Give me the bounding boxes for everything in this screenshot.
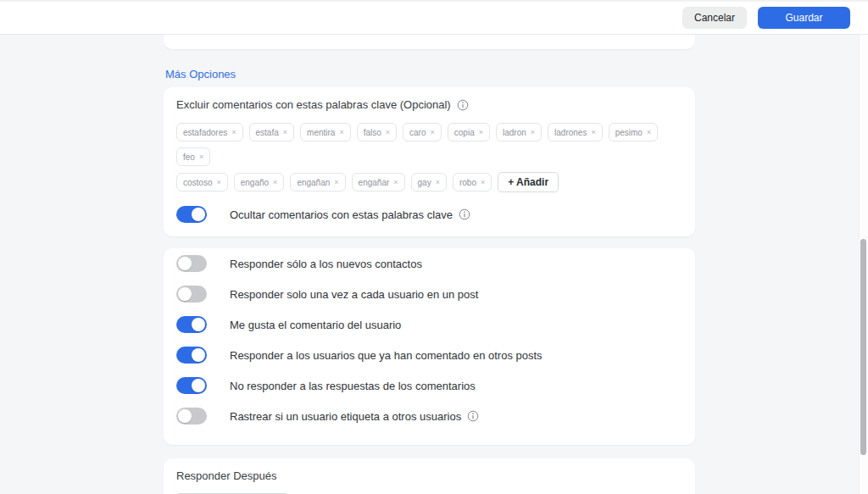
keyword-chip-label: engaño	[241, 178, 269, 187]
exclude-keywords-card: Excluir comentarios con estas palabras c…	[164, 87, 695, 236]
toggle-label: No responder a las respuestas de los com…	[230, 380, 476, 392]
keyword-chip: engañan ×	[290, 173, 345, 191]
keyword-chip: robo ×	[453, 173, 492, 191]
toggle-row: Me gusta el comentario del usuario	[176, 309, 682, 340]
remove-chip-icon[interactable]: ×	[531, 128, 535, 136]
keyword-chip-list: estafadores × estafa × mentira × falso ×…	[176, 123, 682, 192]
remove-chip-icon[interactable]: ×	[273, 178, 277, 186]
keyword-chip-row: estafadores × estafa × mentira × falso ×…	[176, 123, 682, 166]
keyword-chip: engaño ×	[234, 173, 285, 191]
toggle-label: Responder sólo a los nuevos contactos	[230, 258, 422, 270]
toggle-switch[interactable]	[176, 377, 207, 394]
toggle-knob	[192, 318, 205, 331]
add-keyword-button[interactable]: + Añadir	[498, 172, 559, 192]
keyword-chip: copia ×	[448, 123, 490, 142]
info-icon[interactable]	[467, 410, 479, 422]
toggle-switch[interactable]	[176, 286, 207, 303]
top-action-bar: Cancelar Guardar	[0, 0, 868, 35]
keyword-chip: costoso ×	[176, 173, 228, 191]
scrollbar-thumb[interactable]	[860, 239, 866, 455]
keyword-chip-label: costoso	[183, 178, 212, 187]
remove-chip-icon[interactable]: ×	[199, 153, 203, 161]
remove-chip-icon[interactable]: ×	[231, 128, 236, 136]
hide-comments-toggle-row: Ocultar comentarios con estas palabras c…	[176, 206, 682, 223]
section-heading-more-options: Más Opciones	[165, 68, 695, 80]
toggle-row: Responder sólo a los nuevos contactos	[176, 248, 682, 279]
keyword-chip-label: feo	[183, 153, 195, 162]
toggle-knob	[192, 379, 205, 392]
toggle-knob	[178, 287, 192, 301]
remove-chip-icon[interactable]: ×	[334, 178, 338, 186]
keyword-chip: falso ×	[357, 123, 397, 142]
hide-comments-toggle[interactable]	[176, 206, 207, 223]
settings-scroll-area: Más Opciones Excluir comentarios con est…	[0, 35, 868, 494]
toggle-knob	[178, 257, 192, 270]
previous-card-partial	[164, 35, 695, 49]
reply-options-card: Responder sólo a los nuevos contactos Re…	[164, 248, 695, 445]
keyword-chip: gay ×	[411, 173, 447, 191]
keyword-chip-label: pesimo	[615, 128, 643, 137]
remove-chip-icon[interactable]: ×	[283, 128, 287, 136]
remove-chip-icon[interactable]: ×	[481, 178, 485, 186]
keyword-chip-label: robo	[459, 178, 476, 187]
toggle-row: Responder a los usuarios que ya han come…	[176, 340, 682, 370]
reply-after-card: Responder Después Inmediatamente	[164, 458, 695, 494]
exclude-keywords-title: Excluir comentarios con estas palabras c…	[176, 98, 682, 111]
keyword-chip-label: copia	[454, 128, 475, 137]
toggle-knob	[192, 208, 205, 221]
remove-chip-icon[interactable]: ×	[591, 128, 595, 136]
toggle-label: Responder a los usuarios que ya han come…	[230, 349, 542, 362]
keyword-chip: engañar ×	[352, 173, 405, 191]
toggle-label: Responder solo una vez a cada usuario en…	[230, 288, 478, 301]
keyword-chip: ladrones ×	[548, 123, 603, 142]
toggle-switch[interactable]	[176, 347, 207, 364]
keyword-chip: mentira ×	[300, 123, 351, 142]
keyword-chip: estafa ×	[249, 123, 295, 142]
keyword-chip-label: gay	[418, 178, 431, 187]
keyword-chip: estafadores ×	[176, 123, 243, 142]
keyword-chip-label: estafa	[256, 128, 279, 137]
keyword-chip-label: engañar	[359, 178, 390, 187]
remove-chip-icon[interactable]: ×	[647, 128, 651, 136]
toggle-label: Me gusta el comentario del usuario	[230, 319, 401, 331]
keyword-chip-label: caro	[409, 128, 426, 137]
info-icon[interactable]	[459, 208, 470, 220]
remove-chip-icon[interactable]: ×	[216, 178, 220, 186]
remove-chip-icon[interactable]: ×	[431, 128, 435, 136]
remove-chip-icon[interactable]: ×	[339, 128, 343, 136]
cancel-button[interactable]: Cancelar	[682, 7, 747, 29]
toggle-label: Rastrear si un usuario etiqueta a otros …	[230, 410, 479, 423]
keyword-chip-label: mentira	[307, 128, 335, 137]
hide-comments-label: Ocultar comentarios con estas palabras c…	[230, 208, 470, 221]
keyword-chip: feo ×	[176, 147, 210, 166]
keyword-chip: ladron ×	[496, 123, 542, 142]
keyword-chip-label: ladron	[503, 128, 526, 137]
toggle-switch[interactable]	[176, 408, 207, 425]
keyword-chip-label: falso	[364, 128, 381, 137]
keyword-chip-row: costoso × engaño × engañan × engañar × g…	[176, 172, 682, 192]
toggle-knob	[178, 409, 192, 423]
info-icon[interactable]	[457, 99, 469, 111]
toggle-switch[interactable]	[176, 316, 207, 333]
remove-chip-icon[interactable]: ×	[386, 128, 390, 136]
remove-chip-icon[interactable]: ×	[479, 128, 483, 136]
toggle-knob	[192, 348, 205, 362]
keyword-chip-label: engañan	[297, 178, 330, 187]
reply-after-title: Responder Después	[176, 469, 682, 482]
keyword-chip-label: estafadores	[183, 128, 227, 137]
remove-chip-icon[interactable]: ×	[393, 178, 398, 186]
toggle-row: Responder solo una vez a cada usuario en…	[176, 279, 682, 309]
remove-chip-icon[interactable]: ×	[436, 178, 440, 186]
keyword-chip: caro ×	[403, 123, 442, 142]
toggle-switch[interactable]	[176, 255, 207, 272]
toggle-row: No responder a las respuestas de los com…	[176, 370, 682, 401]
keyword-chip-label: ladrones	[554, 128, 587, 137]
keyword-chip: pesimo ×	[609, 123, 659, 142]
save-button[interactable]: Guardar	[758, 7, 850, 29]
toggle-row: Rastrear si un usuario etiqueta a otros …	[176, 401, 682, 431]
